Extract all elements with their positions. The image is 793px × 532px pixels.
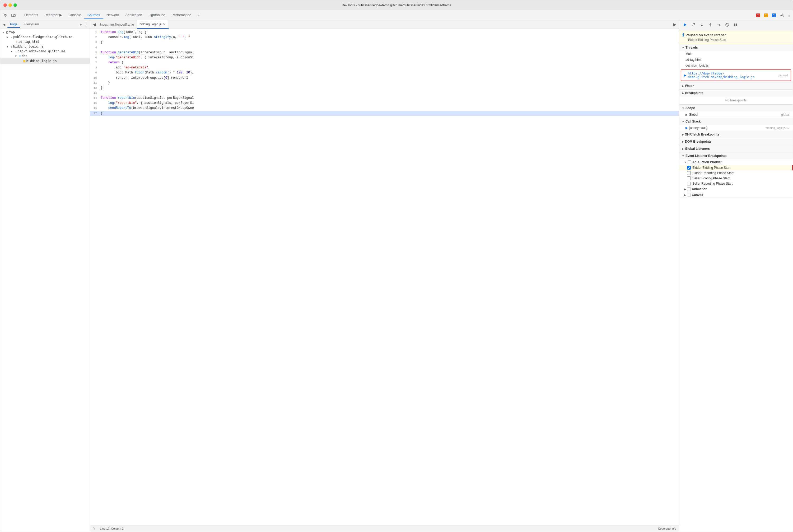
event-group-ad-auction[interactable]: ▼ Ad Auction Worklet: [679, 159, 793, 165]
tab-application[interactable]: Application: [122, 11, 145, 19]
tab-console[interactable]: Console: [65, 11, 84, 19]
thread-decision[interactable]: decision_logic.js: [679, 63, 793, 69]
step-out-button[interactable]: [706, 22, 714, 29]
event-seller-reporting-start[interactable]: Seller Reporting Phase Start: [679, 181, 793, 186]
event-seller-scoring-start[interactable]: Seller Scoring Phase Start: [679, 176, 793, 181]
more-options-button[interactable]: [787, 12, 791, 18]
breakpoints-section-header[interactable]: ▶ Breakpoints: [679, 90, 793, 96]
code-editor-panel: ◀ index.html?fencedframe bidding_logic.j…: [90, 20, 679, 532]
device-toolbar-button[interactable]: [10, 12, 17, 18]
step-into-button[interactable]: [698, 22, 705, 29]
tab-network[interactable]: Network: [103, 11, 122, 19]
tree-item-bidding-file[interactable]: ▶ ■ bidding_logic.js: [0, 58, 90, 64]
event-listener-arrow: ▼: [682, 154, 684, 157]
close-button[interactable]: [3, 3, 7, 7]
event-bidder-bidding-start[interactable]: Bidder Bidding Phase Start: [679, 165, 793, 170]
dom-section-header[interactable]: ▶ DOM Breakpoints: [679, 138, 793, 145]
callstack-anonymous[interactable]: ▶ (anonymous) bidding_logic.js:17: [679, 125, 793, 131]
tree-item-adtag[interactable]: ▶ ◇ ad-tag.html: [0, 39, 90, 44]
ad-auction-label: Ad Auction Worklet: [692, 160, 722, 164]
svg-marker-5: [684, 23, 686, 26]
code-line-17: 17 }: [90, 111, 679, 116]
tab-recorder[interactable]: Recorder ▶: [41, 11, 65, 19]
tab-sources[interactable]: Sources: [84, 11, 103, 19]
scope-global[interactable]: ▶ Global global: [679, 112, 793, 118]
editor-tab-close-icon[interactable]: ✕: [163, 22, 166, 26]
tab-page[interactable]: Page: [7, 21, 20, 28]
event-listener-section-header[interactable]: ▼ Event Listener Breakpoints: [679, 152, 793, 159]
bidder-bidding-start-checkbox[interactable]: [687, 166, 691, 170]
debugger-panel: ℹ Paused on event listener Bidder Biddin…: [679, 20, 793, 532]
editor-tab-bidding[interactable]: bidding_logic.js ✕: [137, 20, 169, 29]
threads-section-header[interactable]: ▼ Threads: [679, 44, 793, 51]
bidder-reporting-start-checkbox[interactable]: [687, 171, 691, 175]
xhr-section-header[interactable]: ▶ XHR/fetch Breakpoints: [679, 131, 793, 138]
event-group-canvas[interactable]: ▶ Canvas: [679, 192, 793, 198]
editor-tab-bidding-label: bidding_logic.js: [139, 22, 161, 26]
editor-nav-back[interactable]: ◀: [91, 21, 97, 27]
step-over-button[interactable]: [690, 22, 697, 29]
callstack-section-body: ▶ (anonymous) bidding_logic.js:17: [679, 125, 793, 131]
step-button[interactable]: [715, 22, 722, 29]
thread-active-arrow: ▶: [684, 73, 686, 77]
thread-bidding-highlighted[interactable]: ▶ https://dsp-fledge-demo.glitch.me/dsp/…: [681, 70, 791, 81]
devtools-main-area: ◀ Page Filesystem » ⋮ ▼ □ top ▶ ☁ publis…: [0, 20, 793, 532]
pause-on-exceptions-button[interactable]: [732, 22, 739, 29]
animation-checkbox[interactable]: [687, 187, 691, 191]
animation-arrow: ▶: [684, 188, 686, 191]
tab-lighthouse[interactable]: Lighthouse: [145, 11, 169, 19]
tree-item-dsp-folder[interactable]: ▼ ▮ dsp: [0, 54, 90, 58]
info-count-button[interactable]: 1: [771, 13, 777, 18]
scope-label: Scope: [685, 106, 695, 110]
sources-nav-back[interactable]: ◀: [2, 22, 6, 27]
more-panel-tabs[interactable]: »: [80, 22, 82, 27]
error-count-button[interactable]: 1: [755, 13, 761, 18]
event-bidder-reporting-start[interactable]: Bidder Reporting Phase Start: [679, 170, 793, 176]
global-listeners-section-header[interactable]: ▶ Global Listeners: [679, 145, 793, 152]
statusbar-coverage: Coverage: n/a: [658, 527, 676, 530]
editor-nav-forward[interactable]: ▶: [672, 21, 678, 27]
more-tabs-button[interactable]: »: [194, 11, 203, 19]
canvas-checkbox[interactable]: [687, 193, 691, 197]
tree-item-dsp-host[interactable]: ▼ ☁ dsp-fledge-demo.glitch.me: [0, 49, 90, 54]
inspect-element-button[interactable]: [2, 12, 9, 18]
minimize-button[interactable]: [8, 3, 12, 7]
title-bar: DevTools - publisher-fledge-demo.glitch.…: [0, 0, 793, 10]
tab-performance[interactable]: Performance: [169, 11, 194, 19]
paused-subtitle: Bidder Bidding Phase Start: [682, 38, 790, 42]
tab-filesystem[interactable]: Filesystem: [21, 21, 41, 28]
maximize-button[interactable]: [14, 3, 17, 7]
code-line-7: 7 return {: [90, 60, 679, 65]
watch-section-header[interactable]: ▶ Watch: [679, 82, 793, 89]
deactivate-breakpoints-button[interactable]: [723, 22, 731, 29]
warning-count-button[interactable]: 1: [762, 13, 770, 18]
editor-tab-bar: ◀ index.html?fencedframe bidding_logic.j…: [90, 20, 679, 29]
html-icon-adtag: ◇: [16, 40, 18, 43]
thread-main[interactable]: Main: [679, 51, 793, 57]
editor-tab-index[interactable]: index.html?fencedframe: [97, 20, 137, 29]
paused-title-text: Paused on event listener: [685, 33, 726, 37]
code-line-12: 12 }: [90, 86, 679, 91]
gear-icon-bidding: ⚙: [11, 45, 13, 48]
tab-elements[interactable]: Elements: [21, 11, 41, 19]
seller-scoring-start-checkbox[interactable]: [687, 176, 691, 180]
code-editor-body[interactable]: 1 function log(label, o) { 2 console.log…: [90, 29, 679, 525]
tree-item-bidding-root[interactable]: ▼ ⚙ bidding_logic.js: [0, 44, 90, 49]
tree-item-top[interactable]: ▼ □ top: [0, 30, 90, 35]
event-group-animation[interactable]: ▶ Animation: [679, 186, 793, 192]
panel-options-button[interactable]: ⋮: [84, 22, 88, 27]
animation-label: Animation: [692, 187, 707, 191]
no-breakpoints-text: No breakpoints: [679, 96, 793, 104]
statusbar-format-icon[interactable]: {}: [93, 527, 95, 530]
thread-adtag[interactable]: ad-tag.html: [679, 57, 793, 63]
resume-button[interactable]: [681, 22, 689, 29]
scope-section: ▼ Scope ▶ Global global: [679, 104, 793, 118]
devtools-toolbar: Elements Recorder ▶ Console Sources Netw…: [0, 10, 793, 20]
callstack-section-header[interactable]: ▼ Call Stack: [679, 118, 793, 125]
settings-button[interactable]: [778, 12, 786, 18]
tree-item-publisher[interactable]: ▶ ☁ publisher-fledge-demo.glitch.me: [0, 35, 90, 39]
ad-auction-checkbox[interactable]: [687, 160, 691, 164]
seller-reporting-start-checkbox[interactable]: [687, 182, 691, 186]
tree-label-dsp-host: dsp-fledge-demo.glitch.me: [17, 50, 65, 53]
scope-section-header[interactable]: ▼ Scope: [679, 104, 793, 112]
